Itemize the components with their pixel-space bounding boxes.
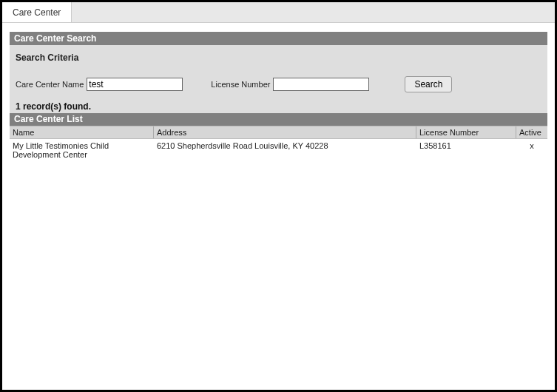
criteria-row: Care Center Name License Number Search [16, 76, 541, 92]
records-found-label: 1 record(s) found. [10, 97, 547, 113]
tab-care-center[interactable]: Care Center [2, 2, 72, 22]
cell-license: L358161 [416, 139, 516, 161]
list-section-header: Care Center List [10, 113, 547, 126]
license-number-label: License Number [211, 80, 270, 89]
care-center-name-label: Care Center Name [16, 80, 84, 89]
care-center-name-input[interactable] [87, 78, 183, 91]
grid-header-row: Name Address License Number Active [10, 126, 547, 139]
col-header-address[interactable]: Address [154, 126, 416, 138]
license-number-input[interactable] [273, 78, 369, 91]
search-panel: Search Criteria Care Center Name License… [10, 45, 547, 113]
app-frame: Care Center Care Center Search Search Cr… [0, 0, 557, 392]
grid-body: My Little Testimonies Child Development … [10, 139, 547, 161]
search-section-header: Care Center Search [10, 32, 547, 45]
table-row[interactable]: My Little Testimonies Child Development … [10, 139, 547, 161]
tab-label: Care Center [13, 7, 61, 18]
tab-bar: Care Center [2, 2, 555, 23]
content-area: Care Center Search Search Criteria Care … [2, 23, 555, 169]
cell-name: My Little Testimonies Child Development … [10, 139, 154, 161]
search-button[interactable]: Search [405, 76, 452, 92]
col-header-name[interactable]: Name [10, 126, 154, 138]
criteria-title: Search Criteria [16, 53, 541, 63]
search-criteria: Search Criteria Care Center Name License… [10, 45, 547, 97]
cell-active: x [516, 139, 547, 161]
results-grid: Name Address License Number Active My Li… [10, 126, 547, 161]
cell-address: 6210 Shepherdsville Road Louisville, KY … [154, 139, 416, 161]
col-header-active[interactable]: Active [516, 126, 547, 138]
col-header-license[interactable]: License Number [416, 126, 516, 138]
